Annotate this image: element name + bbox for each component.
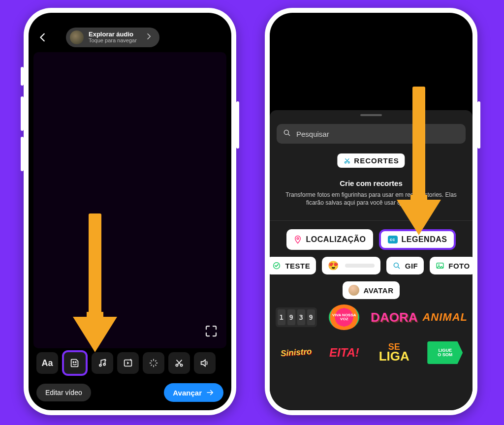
recortes-chip[interactable]: RECORTES bbox=[337, 153, 405, 168]
chip-gif[interactable]: GIF bbox=[386, 257, 424, 274]
svg-point-0 bbox=[73, 362, 74, 363]
divider bbox=[270, 220, 472, 221]
notch bbox=[342, 17, 401, 30]
chip-teste[interactable]: TESTE bbox=[270, 257, 316, 274]
phone-left: Explorar áudio Toque para navegar Aa bbox=[24, 8, 236, 415]
sticker-eita[interactable]: EITA! bbox=[323, 338, 366, 367]
chip-legendas[interactable]: cc LEGENDAS bbox=[379, 229, 456, 250]
sticker-chips: LOCALIZAÇÃO cc LEGENDAS TESTE bbox=[270, 229, 472, 306]
screen-left: Explorar áudio Toque para navegar Aa bbox=[29, 13, 231, 410]
sticker-animal[interactable]: ANIMAL bbox=[422, 303, 468, 332]
edit-video-button[interactable]: Editar vídeo bbox=[36, 384, 91, 401]
audio-thumb bbox=[70, 30, 84, 44]
search-icon bbox=[392, 261, 401, 270]
chip-emoji-slider[interactable]: 😍 bbox=[322, 257, 380, 274]
video-preview bbox=[33, 52, 226, 348]
sheet-drag-handle[interactable] bbox=[360, 114, 382, 116]
expand-frame-icon[interactable] bbox=[204, 324, 219, 338]
sticker-sheet: Pesquisar RECORTES Crie com recortes Tra… bbox=[270, 110, 472, 410]
cc-icon: cc bbox=[388, 236, 398, 243]
audio-title: Explorar áudio bbox=[89, 31, 137, 38]
editor-topbar: Explorar áudio Toque para navegar bbox=[34, 27, 225, 48]
chevron-right-icon bbox=[145, 32, 153, 42]
slider-track bbox=[345, 264, 375, 268]
sticker-clock[interactable]: 1 9 3 9 bbox=[275, 303, 318, 332]
recortes-desc: Transforme fotos em figurinhas para usar… bbox=[281, 191, 462, 207]
search-icon bbox=[283, 128, 291, 139]
editor-toolbar: Aa bbox=[33, 351, 226, 375]
phone-side-button bbox=[21, 96, 24, 131]
phone-side-button bbox=[236, 101, 239, 149]
sticker-sinistro[interactable]: Sinistro bbox=[274, 337, 318, 368]
search-placeholder: Pesquisar bbox=[296, 130, 329, 138]
chip-avatar[interactable]: AVATAR bbox=[343, 281, 399, 299]
explore-audio-pill[interactable]: Explorar áudio Toque para navegar bbox=[66, 28, 159, 47]
avatar-icon bbox=[348, 285, 359, 296]
back-button[interactable] bbox=[34, 29, 51, 46]
svg-point-2 bbox=[99, 364, 101, 366]
phone-right: Pesquisar RECORTES Crie com recortes Tra… bbox=[265, 8, 477, 415]
sticker-search[interactable]: Pesquisar bbox=[277, 124, 466, 144]
svg-point-13 bbox=[394, 263, 398, 267]
chip-localizacao[interactable]: LOCALIZAÇÃO bbox=[286, 229, 373, 250]
sticker-viva[interactable]: VIVA NOSSA VOZ bbox=[323, 303, 366, 332]
next-button[interactable]: Avançar bbox=[164, 383, 223, 402]
chip-foto[interactable]: FOTO bbox=[430, 257, 472, 274]
volume-tool[interactable] bbox=[194, 352, 216, 374]
scissors-icon bbox=[343, 157, 351, 165]
svg-point-11 bbox=[297, 238, 299, 240]
svg-point-8 bbox=[284, 130, 288, 134]
sticker-grid: 1 9 3 9 VIVA NOSSA VOZ DAORA ANIMAL Sini… bbox=[275, 303, 468, 367]
clip-tool[interactable] bbox=[117, 352, 139, 374]
cut-tool[interactable] bbox=[168, 352, 190, 374]
sticker-seliga[interactable]: SELIGA bbox=[371, 338, 417, 367]
svg-point-15 bbox=[439, 264, 440, 265]
phone-side-button bbox=[21, 137, 24, 171]
phone-side-button bbox=[21, 67, 24, 86]
effects-tool[interactable] bbox=[143, 352, 164, 374]
editor-bottombar: Editar vídeo Avançar bbox=[33, 382, 226, 403]
recortes-title: Crie com recortes bbox=[270, 179, 472, 187]
text-tool[interactable]: Aa bbox=[36, 352, 58, 374]
pin-icon bbox=[293, 235, 302, 244]
audio-subtitle: Toque para navegar bbox=[89, 38, 137, 44]
music-tool[interactable] bbox=[92, 352, 113, 374]
tutorial-stage: Explorar áudio Toque para navegar Aa bbox=[0, 0, 504, 425]
check-circle-icon bbox=[272, 261, 281, 270]
image-icon bbox=[436, 261, 444, 270]
sticker-daora[interactable]: DAORA bbox=[371, 303, 417, 332]
svg-point-1 bbox=[75, 362, 76, 363]
svg-point-3 bbox=[103, 364, 105, 365]
phone-side-button bbox=[477, 101, 480, 149]
sticker-ligue-o-som[interactable]: LIGUEO SOM bbox=[422, 338, 468, 367]
sticker-tool[interactable] bbox=[62, 350, 88, 376]
screen-right: Pesquisar RECORTES Crie com recortes Tra… bbox=[270, 13, 472, 410]
heart-eyes-emoji-icon: 😍 bbox=[328, 260, 339, 271]
